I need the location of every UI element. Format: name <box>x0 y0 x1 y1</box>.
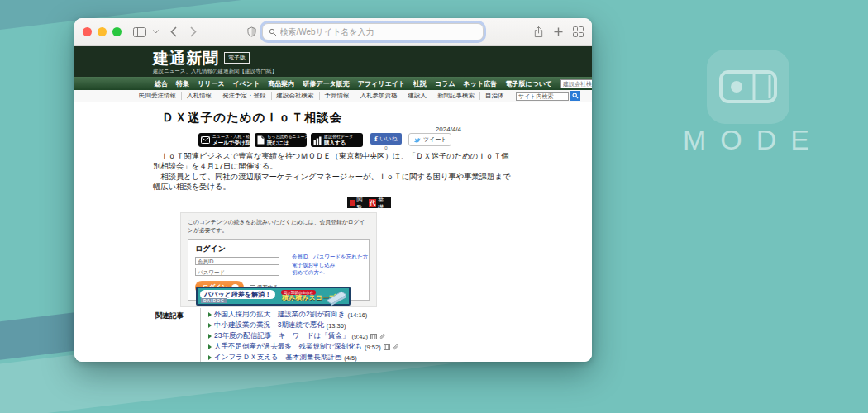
company-search-input[interactable] <box>560 79 592 88</box>
bullet-icon <box>208 334 212 339</box>
related-article-time: (4/5) <box>344 354 356 362</box>
related-article-time: (9:52) <box>365 344 381 351</box>
main-nav-item[interactable]: アフィリエイト <box>358 79 405 88</box>
site-search-button[interactable] <box>570 91 580 101</box>
related-article-link[interactable]: 外国人採用の拡大 建設業の2割が前向き <box>214 310 346 320</box>
related-article-time: (14:16) <box>348 311 368 319</box>
related-article-link[interactable]: インフラＤＸ支える 基本測量長期計画 <box>214 353 341 362</box>
social-buttons: f いいね 0 ツイート <box>370 133 451 150</box>
main-nav-item[interactable]: 社説 <box>413 79 427 88</box>
attachment-icons <box>370 333 385 340</box>
main-nav-item[interactable]: コラム <box>435 79 455 88</box>
twitter-bird-icon <box>413 136 421 143</box>
share-icon[interactable] <box>533 26 544 38</box>
login-help-link[interactable]: 会員ID、パスワードを忘れた方 <box>292 254 368 261</box>
related-article-link[interactable]: 中小建設業の業況 3期連続で悪化 <box>214 320 324 330</box>
ad-banner[interactable]: パパッと段差を解消！ DAIDOC 高さ調節自由自在 積み積みスロープ <box>196 287 351 306</box>
related-article-row: 外国人採用の拡大 建設業の2割が前向き (14:16) <box>208 310 489 320</box>
paperclip-icon <box>392 344 398 351</box>
sub-nav-item[interactable]: 予算情報 <box>319 92 355 100</box>
paperclip-icon <box>379 333 385 340</box>
sidebar-icon[interactable] <box>133 27 146 37</box>
sub-nav-item[interactable]: 建設人 <box>403 92 432 100</box>
read-more-button[interactable]: もっと読めるニュース 読むには <box>255 133 307 147</box>
article-actions: ニュース・入札・経審 メールで受け取る もっと読めるニュース 読むには 建設 <box>198 133 451 150</box>
main-nav: 総合 特集 リリース イベント 商品案内 研修データ販売 アフィリエイト 社説 … <box>74 77 592 90</box>
ramp-illustration <box>323 289 348 306</box>
search-icon <box>269 28 277 36</box>
tab-overview-icon[interactable] <box>573 26 584 37</box>
article-page: ＤＸ迷子のためのＩｏＴ相談会 2024/4/4 ニュース・入札・経審 メールで受… <box>74 102 592 362</box>
attachment-icons <box>384 344 398 351</box>
sub-nav-item[interactable]: 入札情報 <box>181 92 217 100</box>
article-body: ＩｏＴ関連ビジネスで豊富な実績を持つＭＯＤＥ（東京都中央区）は、「ＤＸ迷子のため… <box>153 151 514 192</box>
minimize-button[interactable] <box>98 27 107 36</box>
chevron-down-icon[interactable] <box>153 30 159 34</box>
login-help-link[interactable]: 初めての方へ <box>292 269 368 277</box>
envelope-icon <box>201 136 210 144</box>
article-paragraph: ＩｏＴ関連ビジネスで豊富な実績を持つＭＯＤＥ（東京都中央区）は、「ＤＸ迷子のため… <box>153 151 514 172</box>
url-search-input[interactable] <box>280 27 477 36</box>
related-article-row: インフラＤＸ支える 基本測量長期計画 (4/5) <box>208 353 489 362</box>
video-icon <box>370 334 377 339</box>
main-nav-item[interactable]: ネット広告 <box>464 79 498 88</box>
company-data-button[interactable]: 建設会社データ 購入する <box>311 133 363 147</box>
sub-nav-item[interactable]: 入札参加資格 <box>355 92 403 100</box>
main-nav-item[interactable]: 特集 <box>176 79 189 88</box>
bullet-icon <box>208 344 212 349</box>
divider <box>200 308 201 362</box>
browser-window: 建通新聞 電子版 建設ニュース、入札情報の建通新聞【建設専門紙】 総合 特集 リ… <box>74 18 592 362</box>
address-bar[interactable] <box>262 23 484 40</box>
member-id-field[interactable] <box>195 257 279 265</box>
tweet-button[interactable]: ツイート <box>408 133 452 146</box>
sub-nav-item[interactable]: 民間受注情報 <box>134 92 181 100</box>
article-paragraph: 相談員として、同社の渡辺順マーケティングマネージャーが、ＩｏＴに関する困り事や事… <box>153 172 514 192</box>
main-nav-item[interactable]: イベント <box>233 79 260 88</box>
site-search <box>516 91 580 101</box>
mode-logo-badge <box>707 50 789 124</box>
browser-toolbar <box>74 18 592 46</box>
password-field[interactable] <box>195 268 279 276</box>
article-title: ＤＸ迷子のためのＩｏＴ相談会 <box>162 110 342 126</box>
site-logo[interactable]: 建通新聞 <box>153 50 219 66</box>
window-controls <box>83 27 122 36</box>
bar-chart-icon <box>313 136 322 145</box>
red-square-icon <box>350 200 355 206</box>
ad-logo: DAIDOC <box>201 298 227 303</box>
article-date: 2024/4/4 <box>436 126 461 133</box>
related-article-row: 23年度の配信記事 キーワードは「賃金」 (9:42) <box>208 331 489 342</box>
main-nav-item[interactable]: 商品案内 <box>268 79 294 88</box>
related-article-time: (9:42) <box>351 333 368 340</box>
related-article-link[interactable]: 人手不足倒産が過去最多 残業規制で深刻化も <box>214 342 362 352</box>
related-article-row: 中小建設業の業況 3期連続で悪化 (13:36) <box>208 320 489 331</box>
bullet-icon <box>208 323 212 328</box>
main-nav-item[interactable]: 総合 <box>155 79 168 88</box>
main-nav-item[interactable]: リリース <box>198 79 225 88</box>
site-header: 建通新聞 電子版 建設ニュース、入札情報の建通新聞【建設専門紙】 <box>74 46 592 77</box>
zoom-button[interactable] <box>112 27 122 36</box>
sub-nav-item[interactable]: 自治体 <box>479 92 509 100</box>
keisan-ad-badge[interactable]: 閲覧 代 基礎 <box>347 197 391 208</box>
new-tab-icon[interactable] <box>554 27 563 36</box>
back-button[interactable] <box>170 26 177 37</box>
forward-button[interactable] <box>190 26 197 37</box>
main-nav-item[interactable]: 研修データ販売 <box>303 79 349 88</box>
sub-nav-item[interactable]: 建設会社検索 <box>271 92 319 100</box>
facebook-icon: f <box>374 135 377 143</box>
sub-nav-item[interactable]: 新聞記事検索 <box>432 92 479 100</box>
facebook-like-button[interactable]: f いいね <box>370 133 402 145</box>
close-button[interactable] <box>83 27 92 36</box>
main-nav-item[interactable]: 電子版について <box>505 79 552 88</box>
login-help-link[interactable]: 電子版お申し込み <box>292 262 368 269</box>
related-article-link[interactable]: 23年度の配信記事 キーワードは「賃金」 <box>214 331 349 341</box>
document-icon <box>257 135 265 145</box>
privacy-shield-icon[interactable] <box>247 26 256 37</box>
bullet-icon <box>208 355 212 360</box>
mail-subscribe-button[interactable]: ニュース・入札・経審 メールで受け取る <box>198 133 250 147</box>
site-search-input[interactable] <box>516 92 569 101</box>
sub-nav-item[interactable]: 発注予定・登録 <box>217 92 271 100</box>
site-tagline: 建設ニュース、入札情報の建通新聞【建設専門紙】 <box>153 68 592 75</box>
video-icon <box>384 344 390 350</box>
login-notice: このコンテンツの続きをお読みいただくためには、会員登録かログインが必要です。 <box>188 218 370 235</box>
related-articles-label: 関連記事 <box>155 311 184 321</box>
